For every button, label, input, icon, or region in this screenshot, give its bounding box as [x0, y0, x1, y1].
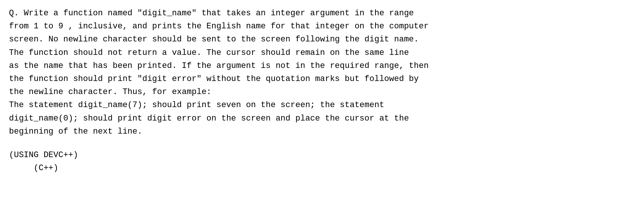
- page-container: Q. Write a function named "digit_name" t…: [9, 7, 635, 175]
- using-section: (USING DEVC++) (C++): [9, 149, 635, 175]
- question-text: Q. Write a function named "digit_name" t…: [9, 7, 635, 138]
